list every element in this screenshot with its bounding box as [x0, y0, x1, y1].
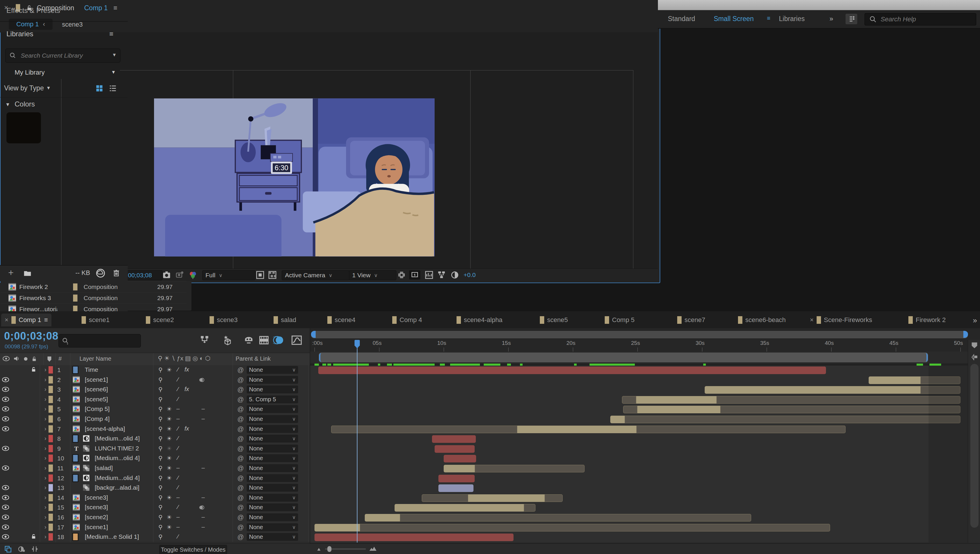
collapse-switch[interactable]: ⚲: [157, 514, 164, 520]
layer-name[interactable]: [scene4-alpha]: [85, 425, 125, 432]
breadcrumb-current[interactable]: Comp 1 ‹: [9, 19, 52, 30]
timeline-tab-scene-fireworks[interactable]: ×Scene-Fireworks: [807, 314, 876, 326]
quality-switch[interactable]: –: [174, 465, 182, 471]
parent-dropdown[interactable]: None∨: [247, 464, 298, 472]
workspace-overflow-icon[interactable]: »: [829, 15, 833, 23]
fx-switch[interactable]: fx: [183, 386, 191, 393]
collapse-switch[interactable]: ⚲: [157, 396, 164, 403]
expand-layer-icon[interactable]: ›: [45, 484, 46, 491]
layer-bar-row[interactable]: [310, 464, 980, 474]
transparency-grid-icon[interactable]: [268, 270, 277, 279]
layer-duration-bar[interactable]: [625, 416, 961, 423]
layer-label-swatch[interactable]: [49, 406, 53, 413]
quality-switch[interactable]: ∕: [174, 435, 182, 442]
layer-duration-bar[interactable]: [636, 396, 716, 404]
expand-layer-icon[interactable]: ›: [45, 455, 46, 461]
layer-duration-bar[interactable]: [438, 475, 475, 482]
layer-row[interactable]: ›3[scene6]⚲∕fx@None∨: [0, 385, 310, 395]
item-label-swatch[interactable]: [73, 283, 78, 291]
layer-name[interactable]: [Medium...olid 4]: [95, 474, 140, 481]
layer-label-swatch[interactable]: [49, 386, 53, 393]
current-time-display[interactable]: 0;00;03;08: [4, 330, 59, 342]
playhead[interactable]: [357, 340, 358, 543]
layer-name[interactable]: [scene2]: [85, 514, 108, 520]
layer-duration-bar[interactable]: [638, 406, 720, 413]
expand-layer-icon[interactable]: ›: [45, 376, 46, 383]
layer-bar-row[interactable]: [310, 523, 980, 533]
layer-duration-bar[interactable]: [468, 494, 544, 502]
layer-row[interactable]: ›17[scene1]⚲☀––@None∨: [0, 522, 310, 533]
parent-pickwhip-icon[interactable]: @: [237, 406, 244, 413]
work-area-bar[interactable]: [318, 352, 929, 363]
close-tab-icon[interactable]: ×: [5, 316, 8, 324]
navigator-start-handle[interactable]: [311, 331, 316, 338]
layer-bar-row[interactable]: [310, 405, 980, 415]
layer-label-swatch[interactable]: [49, 366, 53, 374]
parent-dropdown[interactable]: None∨: [247, 454, 298, 462]
layer-duration-bar[interactable]: [422, 494, 468, 502]
item-label-swatch[interactable]: [73, 295, 78, 302]
search-dropdown-icon[interactable]: ▼: [112, 53, 117, 57]
layer-row[interactable]: ›10[Medium...olid 4]⚲☀∕@None∨: [0, 453, 310, 464]
panel-menu-icon[interactable]: ≡: [44, 316, 48, 324]
layer-name[interactable]: [scene1]: [85, 524, 108, 531]
video-toggle-icon[interactable]: [2, 377, 10, 383]
quality-switch[interactable]: ∕: [174, 445, 182, 452]
parent-pickwhip-icon[interactable]: @: [237, 514, 244, 521]
video-toggle-icon[interactable]: [2, 426, 10, 432]
layer-name[interactable]: [scene3]: [85, 504, 108, 511]
layer-label-swatch[interactable]: [49, 376, 53, 383]
parent-pickwhip-icon[interactable]: @: [237, 455, 244, 462]
parent-pickwhip-icon[interactable]: @: [237, 504, 244, 511]
parent-dropdown[interactable]: None∨: [247, 386, 298, 393]
parent-dropdown[interactable]: None∨: [247, 503, 298, 511]
folder-icon[interactable]: [23, 269, 32, 277]
blur-switch[interactable]: –: [199, 514, 207, 520]
workspace-standard[interactable]: Standard: [668, 15, 695, 23]
layer-duration-bar[interactable]: [360, 524, 830, 532]
layer-duration-bar[interactable]: [331, 426, 517, 433]
layer-row[interactable]: ›14[scene3]⚲☀––@None∨: [0, 493, 310, 503]
color-swatch-black[interactable]: [6, 112, 41, 143]
layer-label-swatch[interactable]: [49, 474, 53, 482]
collapse-switch[interactable]: ⚲: [157, 474, 164, 481]
blur-switch[interactable]: –: [199, 524, 207, 530]
video-toggle-icon[interactable]: [2, 485, 10, 490]
layer-bar-row[interactable]: [310, 503, 980, 513]
parent-pickwhip-icon[interactable]: @: [237, 533, 244, 541]
parent-dropdown[interactable]: None∨: [247, 474, 298, 482]
rasterize-switch[interactable]: ☀: [165, 366, 173, 373]
layer-row[interactable]: ›12[Medium...olid 4]⚲☀∕@None∨: [0, 473, 310, 484]
libraries-menu-icon[interactable]: ≡: [109, 30, 113, 38]
quality-switch[interactable]: ∕: [174, 474, 182, 481]
layer-row[interactable]: ›2[scene1]⚲∕@None∨: [0, 375, 310, 385]
collapse-switch[interactable]: ⚲: [157, 445, 164, 452]
rasterize-switch[interactable]: ☀: [165, 474, 173, 481]
layer-duration-bar[interactable]: [920, 386, 961, 394]
parent-pickwhip-icon[interactable]: @: [237, 435, 244, 442]
flowchart-icon[interactable]: [437, 270, 446, 279]
expand-transfer-controls-icon[interactable]: [17, 545, 26, 553]
layer-row[interactable]: ›4[scene5]⚲∕@5. Comp 5∨: [0, 394, 310, 405]
layer-row[interactable]: ›18[Medium...e Solid 1]⚲∕@None∨: [0, 532, 310, 542]
collapse-switch[interactable]: ⚲: [157, 435, 164, 442]
show-channel-icon[interactable]: [188, 270, 197, 279]
expand-inout-controls-icon[interactable]: [30, 545, 39, 553]
layer-name[interactable]: [scene5]: [85, 396, 108, 403]
layer-bar-row[interactable]: [310, 434, 980, 445]
parent-dropdown[interactable]: None∨: [247, 415, 298, 423]
timeline-search-input[interactable]: [73, 336, 138, 345]
timeline-tab-scene7[interactable]: scene7: [674, 314, 709, 326]
expand-layer-icon[interactable]: ›: [45, 524, 46, 530]
video-toggle-icon[interactable]: [2, 534, 10, 540]
timeline-tab-scene3[interactable]: scene3: [206, 314, 241, 326]
layer-duration-bar[interactable]: [544, 494, 563, 502]
list-view-icon[interactable]: [109, 84, 117, 93]
layer-duration-bar[interactable]: [400, 514, 751, 522]
expand-layer-icon[interactable]: ›: [45, 514, 46, 520]
expand-layer-icon[interactable]: ›: [45, 396, 46, 402]
project-item-row[interactable]: Firework 2Composition29.97: [1, 281, 186, 292]
layer-label-swatch[interactable]: [49, 524, 53, 531]
layer-duration-bar[interactable]: [610, 416, 625, 423]
motion-blur-switch[interactable]: [198, 504, 205, 511]
